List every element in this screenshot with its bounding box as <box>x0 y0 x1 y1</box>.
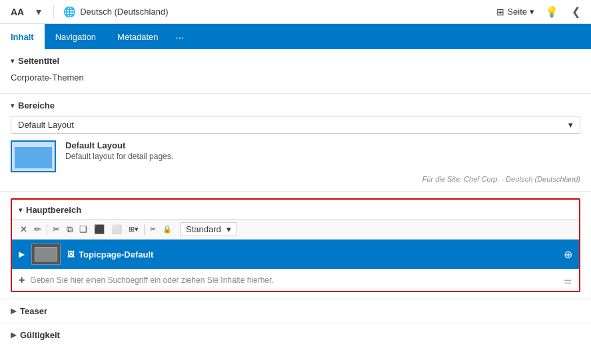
cut-button[interactable]: ✂ <box>50 224 63 235</box>
gueltigkeit-header: ▶ Gültigkeit <box>11 330 580 340</box>
add-row-right: ⚌ <box>564 275 572 285</box>
top-bar: AA ▾ 🌐 Deutsch (Deutschland) ⊞ Seite ▾ 💡… <box>0 0 591 24</box>
content-item-row[interactable]: ▶ 🖼 Topicpage-Default ⊕ <box>12 240 579 269</box>
globe-icon: ⊕ <box>564 249 572 260</box>
standard-dropdown[interactable]: Standard ▾ <box>180 222 237 236</box>
move-button[interactable]: ⬛ <box>91 224 107 235</box>
close-button[interactable]: ✕ <box>17 224 30 235</box>
aa-icon: AA <box>11 7 24 17</box>
bereiche-header[interactable]: ▾ Bereiche <box>11 100 580 110</box>
layout-info: Default Layout Default layout for detail… <box>65 140 580 161</box>
content-thumbnail <box>31 244 61 265</box>
hauptbereich-label: Hauptbereich <box>26 205 81 215</box>
top-bar-left: AA ▾ 🌐 Deutsch (Deutschland) <box>8 4 168 19</box>
seitentitel-value: Corporate-Themen <box>11 71 580 85</box>
back-icon: ❮ <box>572 5 580 18</box>
content-label: 🖼 Topicpage-Default <box>67 250 557 260</box>
edit-button[interactable]: ✏ <box>31 224 44 235</box>
seitentitel-label: Seitentitel <box>18 56 59 66</box>
add-icon: + <box>19 274 25 286</box>
expand-button[interactable]: ▶ <box>19 250 25 259</box>
layout-site-info: Für die Site: Chef Corp. - Deutsch (Deut… <box>11 175 580 183</box>
grid-icon: ⊞ <box>496 7 504 17</box>
language-selector: 🌐 Deutsch (Deutschland) <box>63 6 168 18</box>
seite-label: Seite <box>507 7 527 17</box>
paste-button[interactable]: ❑ <box>77 224 90 235</box>
bereiche-chevron-icon: ▾ <box>11 102 14 109</box>
content-thumb-inner <box>35 247 57 262</box>
content-row-right: ⊕ <box>564 248 572 261</box>
tab-navigation[interactable]: Navigation <box>45 24 107 49</box>
bereiche-section: ▾ Bereiche Default Layout ▾ Default Layo… <box>0 94 591 192</box>
tab-metadaten[interactable]: Metadaten <box>107 24 169 49</box>
lock-button[interactable]: 🔒 <box>160 224 175 234</box>
bulb-button[interactable]: 💡 <box>542 4 561 19</box>
hauptbereich-section: ▾ Hauptbereich ✕ ✏ ✂ ⧉ ❑ ⬛ ⬜ ⊞▾ ✂ 🔒 Stan… <box>11 198 580 292</box>
add-placeholder-text: Geben Sie hier einen Suchbegriff ein ode… <box>30 275 273 285</box>
language-label: Deutsch (Deutschland) <box>80 7 168 17</box>
teaser-section[interactable]: ▶ Teaser <box>0 299 591 323</box>
content-item-label: Topicpage-Default <box>79 250 153 260</box>
bereiche-label: Bereiche <box>18 100 55 110</box>
standard-chevron-icon: ▾ <box>227 224 231 234</box>
hauptbereich-header[interactable]: ▾ Hauptbereich <box>12 200 579 219</box>
layout-name: Default Layout <box>65 140 580 150</box>
content-type-icon: 🖼 <box>67 250 75 258</box>
scissors-button[interactable]: ✂ <box>147 224 159 234</box>
tab-inhalt[interactable]: Inhalt <box>0 24 45 49</box>
seite-chevron-icon: ▾ <box>530 7 534 17</box>
add-content-row[interactable]: + Geben Sie hier einen Suchbegriff ein o… <box>12 269 579 291</box>
layout-thumbnail <box>11 140 56 172</box>
layout-dropdown-value: Default Layout <box>18 120 74 130</box>
layout-dropdown[interactable]: Default Layout ▾ <box>11 116 580 134</box>
gueltigkeit-label: Gültigkeit <box>20 330 60 340</box>
gueltigkeit-section[interactable]: ▶ Gültigkeit <box>0 323 591 347</box>
top-bar-right: ⊞ Seite ▾ 💡 ❮ <box>496 4 583 19</box>
chevron-down-icon: ▾ <box>36 5 41 18</box>
gueltigkeit-chevron-icon: ▶ <box>11 331 16 339</box>
dropdown-chevron-icon: ▾ <box>568 120 573 130</box>
teaser-label: Teaser <box>20 306 47 316</box>
copy-button[interactable]: ⧉ <box>64 224 75 235</box>
move2-button[interactable]: ⬜ <box>109 224 125 235</box>
grid-button[interactable]: ⊞▾ <box>126 224 141 234</box>
aa-button[interactable]: AA <box>8 5 27 19</box>
seitentitel-section: ▾ Seitentitel Corporate-Themen <box>0 49 591 94</box>
bars-icon: ⚌ <box>564 275 572 285</box>
toolbar-separator <box>47 224 47 235</box>
chevron-dropdown-button[interactable]: ▾ <box>33 4 44 19</box>
layout-preview: Default Layout Default layout for detail… <box>11 140 580 172</box>
main-content: ▾ Seitentitel Corporate-Themen ▾ Bereich… <box>0 49 591 364</box>
bulb-icon: 💡 <box>545 5 558 18</box>
tab-bar: Inhalt Navigation Metadaten ··· <box>0 24 591 49</box>
layout-desc: Default layout for detail pages. <box>65 152 580 161</box>
tab-more[interactable]: ··· <box>169 31 191 43</box>
hauptbereich-toolbar: ✕ ✏ ✂ ⧉ ❑ ⬛ ⬜ ⊞▾ ✂ 🔒 Standard ▾ <box>12 219 579 240</box>
standard-dropdown-value: Standard <box>186 224 221 234</box>
seite-button[interactable]: ⊞ Seite ▾ <box>496 7 534 17</box>
back-button[interactable]: ❮ <box>569 4 583 19</box>
layout-thumb-inner <box>15 147 52 168</box>
globe-icon: 🌐 <box>63 6 76 18</box>
toolbar-separator2 <box>144 224 145 235</box>
seitentitel-chevron-icon: ▾ <box>11 57 14 65</box>
hauptbereich-chevron-icon: ▾ <box>19 206 22 214</box>
teaser-header: ▶ Teaser <box>11 306 580 316</box>
teaser-chevron-icon: ▶ <box>11 307 16 315</box>
seitentitel-header[interactable]: ▾ Seitentitel <box>11 56 580 66</box>
